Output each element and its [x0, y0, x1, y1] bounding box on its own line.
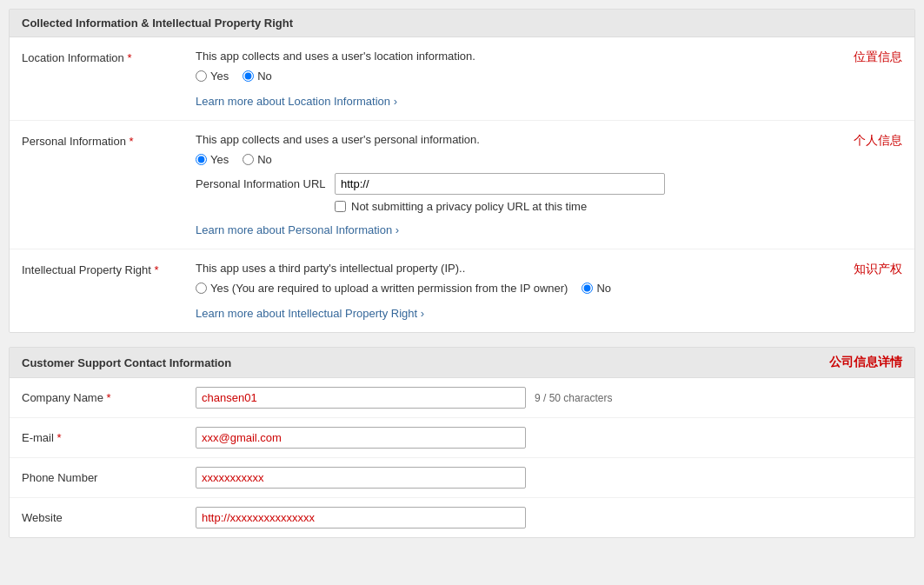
personal-label: Personal Information *	[22, 133, 196, 148]
company-name-label: Company Name *	[22, 391, 196, 404]
company-name-input[interactable]	[196, 387, 526, 409]
personal-content: This app collects and uses a user's pers…	[196, 133, 902, 236]
location-no-option[interactable]: No	[243, 70, 272, 83]
customer-support-section: Customer Support Contact Information 公司信…	[9, 347, 915, 538]
location-yes-radio[interactable]	[196, 70, 207, 82]
personal-url-input[interactable]	[335, 173, 665, 195]
email-input-wrapper	[196, 427, 526, 449]
collected-information-section: Collected Information & Intellectual Pro…	[9, 9, 915, 333]
phone-row: Phone Number	[10, 458, 914, 498]
personal-no-submit-checkbox[interactable]	[335, 201, 346, 212]
location-description: This app collects and uses a user's loca…	[196, 50, 836, 63]
company-char-count: 9 / 50 characters	[535, 392, 612, 404]
location-no-radio[interactable]	[243, 70, 254, 82]
personal-yes-radio[interactable]	[196, 154, 207, 165]
ip-required-marker: *	[151, 263, 159, 276]
ip-radio-group: Yes (You are required to upload a writte…	[196, 282, 836, 295]
website-label: Website	[22, 511, 196, 524]
personal-radio-group: Yes No	[196, 153, 836, 166]
ip-chinese-label: 知识产权	[854, 262, 902, 277]
phone-label: Phone Number	[22, 471, 196, 484]
personal-checkbox-row: Not submitting a privacy policy URL at t…	[335, 200, 836, 213]
website-row: Website	[10, 498, 914, 537]
company-required-marker: *	[103, 391, 111, 404]
ip-description: This app uses a third party's intellectu…	[196, 262, 836, 275]
personal-description: This app collects and uses a user's pers…	[196, 133, 836, 146]
location-yes-option[interactable]: Yes	[196, 70, 229, 83]
personal-no-option[interactable]: No	[243, 153, 272, 166]
phone-input-wrapper	[196, 467, 526, 489]
ip-no-option[interactable]: No	[582, 282, 611, 295]
email-required-marker: *	[54, 431, 62, 444]
ip-no-radio[interactable]	[582, 283, 593, 294]
email-row: E-mail *	[10, 418, 914, 458]
website-input[interactable]	[196, 507, 526, 528]
ip-right-row: Intellectual Property Right * This app u…	[10, 249, 914, 332]
ip-yes-option[interactable]: Yes (You are required to upload a writte…	[196, 282, 568, 295]
location-radio-group: Yes No	[196, 70, 836, 83]
section2-header: Customer Support Contact Information 公司信…	[10, 348, 914, 378]
section1-header: Collected Information & Intellectual Pro…	[10, 10, 914, 37]
location-information-row: Location Information * This app collects…	[10, 37, 914, 121]
ip-yes-radio[interactable]	[196, 283, 207, 294]
company-name-row: Company Name * 9 / 50 characters	[10, 378, 914, 418]
location-learn-more-link[interactable]: Learn more about Location Information	[196, 95, 397, 108]
phone-input[interactable]	[196, 467, 526, 489]
ip-learn-more-link[interactable]: Learn more about Intellectual Property R…	[196, 307, 424, 320]
location-label: Location Information *	[22, 50, 196, 64]
personal-chinese-label: 个人信息	[854, 133, 902, 149]
personal-yes-option[interactable]: Yes	[196, 153, 229, 166]
location-required-marker: *	[124, 51, 132, 64]
location-chinese-label: 位置信息	[854, 50, 902, 65]
personal-information-row: Personal Information * This app collects…	[10, 121, 914, 249]
personal-learn-more-link[interactable]: Learn more about Personal Information	[196, 223, 399, 236]
ip-label: Intellectual Property Right *	[22, 262, 196, 276]
website-input-wrapper	[196, 507, 526, 528]
section2-chinese-label: 公司信息详情	[829, 355, 902, 370]
email-input[interactable]	[196, 427, 526, 449]
email-label: E-mail *	[22, 431, 196, 444]
company-input-wrapper: 9 / 50 characters	[196, 387, 612, 409]
personal-url-label: Personal Information URL	[196, 177, 326, 190]
location-content: This app collects and uses a user's loca…	[196, 50, 902, 108]
personal-required-marker: *	[126, 135, 134, 148]
personal-url-row: Personal Information URL	[196, 173, 836, 195]
personal-no-radio[interactable]	[243, 154, 254, 165]
ip-content: This app uses a third party's intellectu…	[196, 262, 902, 320]
